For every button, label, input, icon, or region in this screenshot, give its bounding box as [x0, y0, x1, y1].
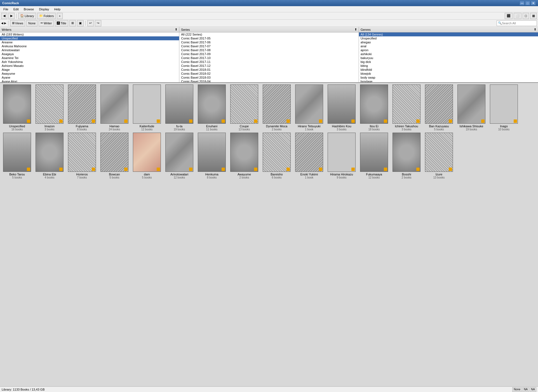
- book-item[interactable]: dam 5 books: [131, 133, 162, 179]
- folders-button[interactable]: 📁 Folders: [37, 13, 56, 19]
- writers-item[interactable]: Atage: [0, 68, 179, 72]
- genres-item[interactable]: anal: [359, 44, 538, 48]
- series-item[interactable]: Comic Bavel 2017-09: [179, 52, 358, 56]
- genres-item[interactable]: blowjob: [359, 72, 538, 76]
- book-item[interactable]: Hirama Hirokazu 9 books: [326, 133, 357, 179]
- add-folder-button[interactable]: +: [57, 13, 62, 19]
- menu-display[interactable]: Display: [37, 7, 51, 11]
- book-item[interactable]: Ebina Ebi 4 books: [34, 133, 65, 179]
- series-item[interactable]: Comic Bavel 2017-07: [179, 44, 358, 48]
- series-item[interactable]: Comic Bavel 2017-08: [179, 48, 358, 52]
- book-item[interactable]: Izure 13 books: [424, 133, 454, 179]
- nav-forward-button[interactable]: ▶: [8, 13, 15, 19]
- menu-file[interactable]: File: [1, 7, 11, 11]
- status-btn3[interactable]: NA: [530, 387, 536, 392]
- book-item[interactable]: Arinotowatari 12 books: [164, 133, 195, 179]
- genres-item[interactable]: big dick: [359, 60, 538, 64]
- menu-browse[interactable]: Browse: [22, 7, 36, 11]
- book-item[interactable]: Coupe 13 books: [229, 84, 260, 131]
- book-item[interactable]: Unspecified 16 books: [2, 84, 32, 131]
- series-item[interactable]: Comic Bavel 2017-06: [179, 40, 358, 44]
- series-item[interactable]: Comic Bavel 2017-05: [179, 36, 358, 40]
- series-item[interactable]: Comic Bavel 2018-03: [179, 76, 358, 79]
- sort-button[interactable]: ⊞: [69, 20, 76, 26]
- title-button[interactable]: 🅰 Title: [55, 20, 68, 26]
- genres-item[interactable]: ashikoki: [359, 52, 538, 56]
- series-item[interactable]: Comic Bavel 2018-02: [179, 72, 358, 76]
- minimize-button[interactable]: —: [520, 1, 525, 5]
- writers-unspecified[interactable]: Unspecified: [0, 36, 179, 40]
- series-item[interactable]: Comic Bavel 2017-12: [179, 64, 358, 68]
- book-item[interactable]: Enuhani 11 books: [196, 84, 227, 131]
- book-item[interactable]: Dynamite Moca 2 books: [261, 84, 292, 131]
- genres-item[interactable]: biting: [359, 64, 538, 68]
- writers-item[interactable]: Ayane: [0, 76, 179, 79]
- writers-item[interactable]: Asagaya: [0, 52, 179, 56]
- writers-item[interactable]: Ash Yokoshima: [0, 60, 179, 64]
- maximize-button[interactable]: □: [525, 1, 530, 5]
- close-button[interactable]: ✕: [531, 1, 536, 5]
- book-item[interactable]: Inago 10 books: [488, 84, 519, 131]
- genres-item[interactable]: Unspecified: [359, 36, 538, 40]
- book-item[interactable]: Ichiren Takushou 3 books: [391, 84, 422, 131]
- redo-button[interactable]: ↪: [95, 20, 101, 26]
- views-button[interactable]: ⊞ Views: [10, 20, 25, 26]
- genres-item[interactable]: body swap: [359, 76, 538, 79]
- none-button[interactable]: None: [26, 20, 37, 26]
- book-item[interactable]: Bosshi 2 books: [391, 133, 422, 179]
- book-item[interactable]: Beko Tarou 5 books: [2, 133, 32, 179]
- view-options-button[interactable]: ▣: [77, 20, 84, 26]
- book-item[interactable]: Horieros 7 books: [67, 133, 97, 179]
- layout-button4[interactable]: ▦: [530, 13, 537, 19]
- book-item[interactable]: Fujiyama 8 books: [67, 84, 97, 131]
- layout-button2[interactable]: ⬜: [514, 13, 521, 19]
- genres-item[interactable]: bakuryuu: [359, 56, 538, 60]
- series-item[interactable]: Comic Bavel 2017-11: [179, 60, 358, 64]
- book-item[interactable]: Henkuma 8 books: [196, 133, 227, 179]
- writers-item[interactable]: Ashiomi Masato: [0, 64, 179, 68]
- book-item[interactable]: Bareisho 6 books: [261, 133, 292, 179]
- search-input[interactable]: [502, 22, 535, 25]
- status-btn2[interactable]: NA: [522, 387, 529, 392]
- book-grid-area[interactable]: Unspecified 16 books Imazon 3 books Fuji…: [0, 83, 538, 386]
- writers-list[interactable]: All (193 Writers) Unspecified Arearee Ar…: [0, 32, 179, 82]
- book-item[interactable]: Hirano Tetsuyuki 1 book: [294, 84, 325, 131]
- book-item[interactable]: Enoki Yukimi 1 book: [294, 133, 325, 179]
- genres-item[interactable]: apron: [359, 48, 538, 52]
- book-item[interactable]: Itou Ei 18 books: [359, 84, 389, 131]
- genres-item[interactable]: ahegao: [359, 40, 538, 44]
- writers-item[interactable]: Arinotowatari: [0, 48, 179, 52]
- writers-sort-icon[interactable]: ⬆: [175, 28, 177, 31]
- genres-list[interactable]: All (134 Genres) Unspecified ahegao anal…: [359, 32, 538, 82]
- library-button[interactable]: 🏠 Library: [18, 13, 36, 19]
- series-item[interactable]: Comic Bavel 2018-01: [179, 68, 358, 72]
- undo-button[interactable]: ↩: [87, 20, 94, 26]
- writers-item[interactable]: Arearee: [0, 40, 179, 44]
- book-item[interactable]: Ban Kazuyasu 5 books: [424, 84, 454, 131]
- genres-item[interactable]: bondage: [359, 79, 538, 82]
- writers-item[interactable]: Awayume: [0, 72, 179, 76]
- series-item[interactable]: Comic Bavel 2018-04: [179, 79, 358, 82]
- genres-sort-icon[interactable]: ⬆: [534, 28, 536, 31]
- layout-button1[interactable]: ⬛: [505, 13, 513, 19]
- genres-item[interactable]: blindfold: [359, 68, 538, 72]
- writer-button[interactable]: ✏ Writer: [39, 20, 54, 26]
- status-btn1[interactable]: None: [512, 387, 522, 392]
- book-item[interactable]: fu-ta 19 books: [164, 84, 195, 131]
- book-item[interactable]: Awayume 2 books: [229, 133, 260, 179]
- book-item[interactable]: Imazon 3 books: [34, 84, 65, 131]
- book-item[interactable]: Kaitenfude 12 books: [131, 84, 162, 131]
- layout-button3[interactable]: ◻: [523, 13, 529, 19]
- menu-edit[interactable]: Edit: [11, 7, 21, 11]
- series-sort-icon[interactable]: ⬆: [354, 28, 357, 31]
- book-item[interactable]: Ishikawa Shisuke 19 books: [456, 84, 487, 131]
- genres-all[interactable]: All (134 Genres): [359, 32, 538, 36]
- writers-all[interactable]: All (193 Writers): [0, 32, 179, 36]
- book-item[interactable]: Bowcan 5 books: [99, 133, 130, 179]
- book-item[interactable]: Fukumaaya 12 books: [359, 133, 389, 179]
- writers-item[interactable]: Ayase Atori: [0, 79, 179, 82]
- series-list[interactable]: All (222 Series) Comic Bavel 2017-05 Com…: [179, 32, 358, 82]
- book-item[interactable]: Hamao 24 books: [99, 84, 130, 131]
- writers-item[interactable]: Asamine Tei: [0, 56, 179, 60]
- writers-item[interactable]: Arekusa Mahoone: [0, 44, 179, 48]
